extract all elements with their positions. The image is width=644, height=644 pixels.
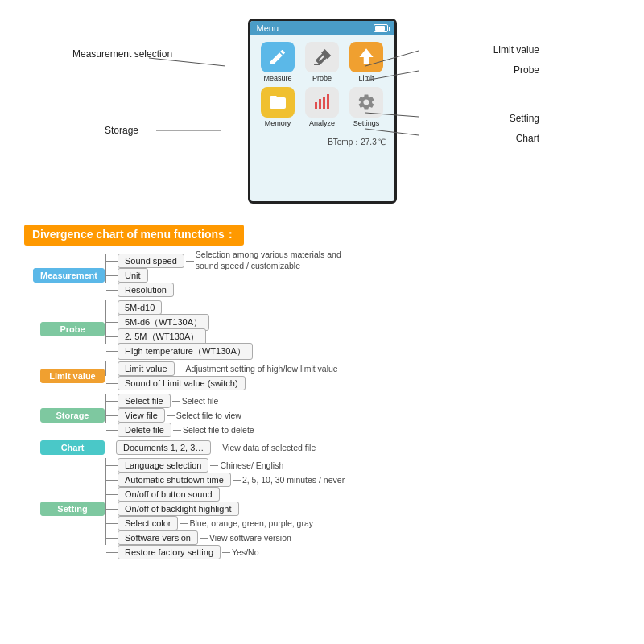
- sub-unit: Unit: [118, 268, 148, 283]
- menu-item-memory[interactable]: Memory: [258, 87, 298, 127]
- menu-icons-grid: Measure Probe Limit Memory: [250, 35, 394, 134]
- probe-label: Probe: [312, 74, 332, 82]
- bottom-section: Divergence chart of menu functions： Meas…: [0, 221, 644, 559]
- desc-factory: Yes/No: [232, 547, 258, 557]
- desc-color: Blue, orange, green, purple, gray: [189, 518, 313, 528]
- sub-sound-limit: Sound of Limit value (switch): [118, 376, 246, 390]
- section-storage: Storage Select file Select file View fil…: [24, 394, 620, 437]
- sub-resolution: Resolution: [118, 283, 174, 297]
- sub-5m-d10: 5M-d10: [118, 300, 162, 315]
- desc-documents: View data of selected file: [222, 443, 316, 452]
- section-chart: Chart Documents 1, 2, 3… View data of se…: [24, 440, 620, 455]
- sub-backlight: On/off of backlight highlight: [118, 502, 239, 516]
- chart-title: Divergence chart of menu functions：: [24, 225, 244, 246]
- menu-item-probe[interactable]: Probe: [303, 42, 342, 82]
- menu-item-measure[interactable]: Measure: [258, 42, 298, 82]
- sub-view-file: View file: [118, 408, 165, 423]
- analyze-label: Analyze: [309, 119, 335, 127]
- svg-rect-3: [327, 94, 329, 109]
- tree-chart: Measurement Sound speed Selection among …: [24, 254, 620, 559]
- device-header: Menu: [250, 21, 394, 35]
- callout-chart: Chart: [516, 133, 539, 144]
- sub-button-sound: On/off of button sound: [118, 487, 220, 502]
- measure-label: Measure: [263, 74, 291, 82]
- section-measurement: Measurement Sound speed Selection among …: [24, 254, 620, 297]
- desc-view-file: Select file to view: [176, 411, 242, 420]
- menu-title: Menu: [257, 23, 279, 33]
- top-section: Measurement selection Storage Limit valu…: [0, 0, 644, 221]
- device-screen: Menu Measure Probe Limit: [248, 19, 397, 204]
- desc-software: View software version: [209, 533, 291, 543]
- limit-label: Limit: [358, 74, 374, 82]
- desc-language: Chinese/ English: [220, 460, 283, 470]
- sub-software-version: Software version: [118, 530, 198, 545]
- desc-delete-file: Select file to delete: [183, 425, 254, 435]
- svg-rect-0: [315, 102, 317, 109]
- analyze-icon-box: [305, 87, 339, 118]
- btemp-display: BTemp：27.3 ℃: [250, 134, 394, 151]
- menu-item-limit[interactable]: Limit: [347, 42, 386, 82]
- category-chart: Chart: [40, 440, 105, 455]
- measure-icon-box: [261, 42, 295, 72]
- callout-probe: Probe: [514, 64, 539, 76]
- sub-delete-file: Delete file: [118, 423, 171, 437]
- settings-label: Settings: [353, 119, 380, 127]
- callout-storage: Storage: [105, 125, 138, 136]
- section-probe: Probe 5M-d10 5M-d6（WT130A） 2. 5M（WT130A）: [24, 300, 620, 358]
- sub-select-file: Select file: [118, 394, 171, 408]
- category-measurement: Measurement: [33, 268, 105, 283]
- section-limit-value: Limit value Limit value Adjustment setti…: [24, 361, 620, 390]
- callout-setting: Setting: [510, 113, 539, 124]
- desc-limit-value: Adjustment setting of high/low limit val…: [186, 364, 338, 374]
- category-probe: Probe: [40, 322, 105, 336]
- settings-icon-box: [349, 87, 383, 118]
- category-limit-value: Limit value: [40, 369, 105, 383]
- sub-shutdown: Automatic shutdown time: [118, 473, 231, 487]
- callout-limit-value: Limit value: [493, 44, 539, 56]
- desc-select-file: Select file: [182, 396, 219, 406]
- sub-documents: Documents 1, 2, 3…: [116, 440, 211, 455]
- sub-language: Language selection: [118, 458, 208, 473]
- desc-shutdown: 2, 5, 10, 30 minutes / never: [242, 475, 345, 485]
- memory-icon-box: [261, 87, 295, 118]
- limit-icon-box: [349, 42, 383, 72]
- sub-sound-speed: Sound speed: [118, 254, 184, 268]
- svg-rect-2: [323, 97, 325, 109]
- menu-item-analyze[interactable]: Analyze: [303, 87, 342, 127]
- sub-high-temp: High temperature（WT130A）: [118, 343, 253, 360]
- category-storage: Storage: [40, 408, 105, 423]
- svg-rect-1: [319, 99, 321, 109]
- callout-measurement: Measurement selection: [72, 48, 172, 61]
- sub-select-color: Select color: [118, 516, 178, 530]
- menu-item-settings[interactable]: Settings: [347, 87, 386, 127]
- sub-factory-reset: Restore factory setting: [118, 545, 221, 559]
- category-setting: Setting: [40, 502, 105, 516]
- sub-limit-value: Limit value: [118, 361, 175, 376]
- battery-icon: [374, 24, 388, 32]
- memory-label: Memory: [265, 119, 291, 127]
- section-setting: Setting Language selection Chinese/ Engl…: [24, 458, 620, 559]
- probe-icon-box: [305, 42, 339, 72]
